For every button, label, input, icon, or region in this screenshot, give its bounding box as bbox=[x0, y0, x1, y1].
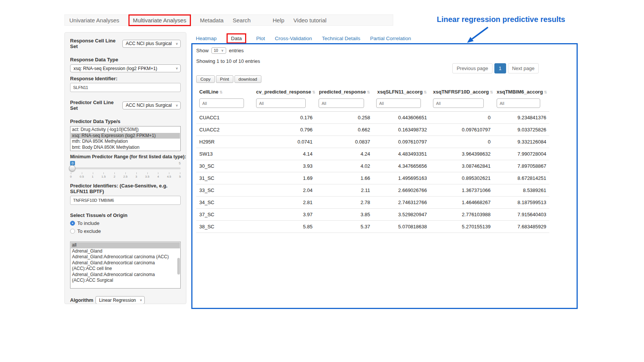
tissue-option-all[interactable]: all bbox=[71, 242, 180, 248]
tab-cross-validation[interactable]: Cross-Validation bbox=[275, 36, 312, 41]
tissue-option-adrenal-gland[interactable]: Adrenal_Gland bbox=[71, 248, 180, 254]
column-header-xsqtmbim6-accorg[interactable]: xsqTMBIM6_accorg⇅ bbox=[494, 87, 549, 97]
sort-icon[interactable]: ⇅ bbox=[490, 90, 493, 94]
slider-tick-label: 4.5 bbox=[167, 175, 171, 178]
download-button[interactable]: download bbox=[234, 75, 261, 83]
filter-input-cellline[interactable] bbox=[199, 98, 244, 108]
response-data-type-select[interactable]: xsq: RNA-seq Expression (log2 FPKM+1) ∨ bbox=[70, 64, 181, 72]
include-radio[interactable] bbox=[70, 221, 75, 226]
nav-help[interactable]: Help bbox=[273, 17, 284, 23]
predictor-data-types-listbox[interactable]: act: Drug Activity (-log10[IC50M]) xsq: … bbox=[70, 126, 181, 151]
page-length-value: 10 bbox=[214, 48, 218, 53]
slider-tick-label: 1.5 bbox=[102, 175, 106, 178]
copy-button[interactable]: Copy bbox=[196, 75, 215, 83]
tab-technical-details[interactable]: Technical Details bbox=[322, 36, 360, 41]
listbox-option-mth[interactable]: mth: DNA 850K Methylation bbox=[71, 139, 180, 145]
filter-input-cv-predicted-response[interactable] bbox=[256, 98, 306, 108]
column-header-cv-predicted-response[interactable]: cv_predicted_response⇅ bbox=[253, 87, 316, 97]
slider-max-label: 5 bbox=[179, 161, 181, 165]
tissue-include-radio-row: To include bbox=[70, 220, 181, 226]
sort-icon[interactable]: ⇅ bbox=[312, 90, 315, 94]
tab-heatmap[interactable]: Heatmap bbox=[196, 36, 217, 41]
tissue-option-acc-surgical[interactable]: Adrenal_Gland:Adrenocortical carcinoma (… bbox=[71, 272, 180, 284]
tab-partial-correlation[interactable]: Partial Correlation bbox=[370, 36, 411, 41]
column-header-label: cv_predicted_response bbox=[256, 89, 311, 95]
slider-track[interactable] bbox=[70, 167, 181, 169]
cell: 7.990728004 bbox=[494, 148, 549, 160]
filter-input-xsqtnfrsf10d-accorg[interactable] bbox=[433, 98, 484, 108]
listbox-option-xsq[interactable]: xsq: RNA-seq Expression (log2 FPKM+1) bbox=[71, 133, 180, 139]
scrollbar-thumb[interactable] bbox=[177, 258, 180, 275]
table-row: CUACC2 0.796 0.662 0.163498732 0.0976107… bbox=[196, 124, 549, 136]
cell: 4.483493351 bbox=[373, 148, 430, 160]
column-header-xsqtnfrsf10d-accorg[interactable]: xsqTNFRSF10D_accorg⇅ bbox=[430, 87, 494, 97]
cell: 2.81 bbox=[253, 197, 316, 209]
tab-plot[interactable]: Plot bbox=[256, 36, 265, 41]
cell: 8.5389261 bbox=[494, 184, 549, 197]
cell: 7.915640403 bbox=[494, 209, 549, 221]
column-header-predicted-response[interactable]: predicted_response⇅ bbox=[316, 87, 373, 97]
cell: 1.495695163 bbox=[373, 172, 430, 184]
current-page-button[interactable]: 1 bbox=[494, 63, 506, 73]
cell: 4.14 bbox=[253, 148, 316, 160]
nav-multivariate-analyses[interactable]: Multivariate Analyses bbox=[128, 14, 191, 26]
predictor-cell-line-set-value: ACC NCI plus Surgical bbox=[126, 103, 172, 108]
print-button[interactable]: Print bbox=[216, 75, 233, 83]
slider-tick bbox=[125, 172, 126, 174]
cell: 1.367371066 bbox=[430, 184, 494, 197]
nav-metadata[interactable]: Metadata bbox=[200, 17, 224, 23]
predictor-data-types-label: Predictor Data Type/s bbox=[70, 119, 181, 124]
table-row: SW13 4.14 4.24 4.483493351 3.964398632 7… bbox=[196, 148, 549, 160]
sort-icon[interactable]: ⇅ bbox=[424, 90, 427, 94]
listbox-option-bmt[interactable]: bmt: Body DNA 850K Methylation bbox=[71, 145, 180, 151]
cell: 5.270155139 bbox=[430, 221, 494, 233]
sort-icon[interactable]: ⇅ bbox=[544, 90, 547, 94]
response-identifier-input[interactable] bbox=[70, 83, 181, 92]
result-tabs: Heatmap Data Plot Cross-Validation Techn… bbox=[196, 33, 411, 44]
cell: 0 bbox=[430, 112, 494, 124]
minimum-predictor-range-label: Minimum Predictor Range (for first liste… bbox=[70, 154, 181, 159]
filter-input-xsqslfn11-accorg[interactable] bbox=[376, 98, 421, 108]
column-header-cellline[interactable]: CellLine⇅ bbox=[196, 87, 253, 97]
response-cell-line-set-select[interactable]: ACC NCI plus Surgical ∨ bbox=[122, 40, 181, 48]
tissue-listbox[interactable]: all Adrenal_Gland Adrenal_Gland:Adrenoco… bbox=[70, 242, 181, 289]
slider-handle[interactable] bbox=[69, 165, 75, 172]
sort-icon[interactable]: ⇅ bbox=[367, 90, 370, 94]
slider-tick-label: 5 bbox=[179, 175, 181, 178]
cell: 9.234841376 bbox=[494, 112, 549, 124]
nav-univariate-analyses[interactable]: Univariate Analyses bbox=[69, 17, 119, 23]
cell: 4.02 bbox=[316, 160, 373, 172]
nav-search[interactable]: Search bbox=[233, 17, 251, 23]
predictor-cell-line-set-select[interactable]: ACC NCI plus Surgical ∨ bbox=[122, 101, 181, 109]
column-header-xsqslfn11-accorg[interactable]: xsqSLFN11_accorg⇅ bbox=[373, 87, 430, 97]
slider-tick bbox=[136, 172, 137, 174]
cell-line: 30_SC bbox=[196, 160, 253, 172]
exclude-radio[interactable] bbox=[70, 229, 75, 234]
next-page-button[interactable]: Next page bbox=[508, 63, 539, 73]
table-row: 30_SC 3.93 4.02 4.347665656 3.087462841 … bbox=[196, 160, 549, 172]
sort-icon[interactable]: ⇅ bbox=[220, 90, 223, 94]
predictor-identifiers-input[interactable] bbox=[70, 196, 181, 205]
slider-tick-label: 2 bbox=[114, 175, 115, 178]
cell: 2.746312766 bbox=[373, 197, 430, 209]
nav-video-tutorial[interactable]: Video tutorial bbox=[294, 17, 327, 23]
previous-page-button[interactable]: Previous page bbox=[452, 63, 492, 73]
filter-input-predicted-response[interactable] bbox=[319, 98, 364, 108]
predictor-range-slider[interactable]: 0 5 0 0.5 1 1.5 2 2.5 bbox=[70, 161, 181, 180]
cell: 3.97 bbox=[253, 209, 316, 221]
table-row: 34_SC 2.81 2.78 2.746312766 1.464668267 … bbox=[196, 197, 549, 209]
chevron-down-icon: ∨ bbox=[175, 42, 178, 45]
column-header-label: predicted_response bbox=[319, 89, 366, 95]
tissue-option-acc[interactable]: Adrenal_Gland:Adrenocortical carcinoma (… bbox=[71, 254, 180, 260]
column-header-label: CellLine bbox=[199, 89, 219, 95]
filter-input-xsqtmbim6-accorg[interactable] bbox=[497, 98, 540, 108]
cell-line: 31_SC bbox=[196, 172, 253, 184]
cell: 0.895302621 bbox=[430, 172, 494, 184]
page-length-select[interactable]: 10 ∨ bbox=[211, 47, 227, 54]
top-navbar: Univariate Analyses Multivariate Analyse… bbox=[64, 14, 393, 26]
algorithm-select[interactable]: Linear Regression ∨ bbox=[95, 296, 145, 304]
listbox-option-act[interactable]: act: Drug Activity (-log10[IC50M]) bbox=[71, 127, 180, 133]
tab-data[interactable]: Data bbox=[227, 33, 247, 44]
tissue-option-acc-cell-line[interactable]: Adrenal_Gland:Adrenocortical carcinoma (… bbox=[71, 260, 180, 272]
cell: 1.464668267 bbox=[430, 197, 494, 209]
